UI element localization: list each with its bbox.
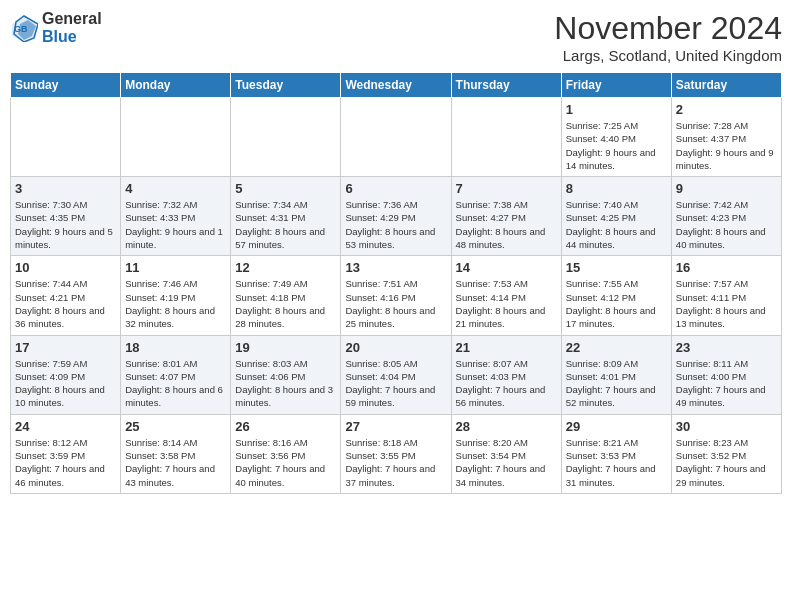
day-info: Sunrise: 7:32 AMSunset: 4:33 PMDaylight:… [125,198,226,251]
svg-text:GB: GB [14,24,28,34]
logo-blue: Blue [42,28,77,45]
day-info: Sunrise: 8:21 AMSunset: 3:53 PMDaylight:… [566,436,667,489]
day-cell: 28Sunrise: 8:20 AMSunset: 3:54 PMDayligh… [451,414,561,493]
day-number: 10 [15,260,116,275]
day-info: Sunrise: 7:59 AMSunset: 4:09 PMDaylight:… [15,357,116,410]
week-row-3: 10Sunrise: 7:44 AMSunset: 4:21 PMDayligh… [11,256,782,335]
day-cell: 18Sunrise: 8:01 AMSunset: 4:07 PMDayligh… [121,335,231,414]
day-cell: 19Sunrise: 8:03 AMSunset: 4:06 PMDayligh… [231,335,341,414]
day-info: Sunrise: 7:51 AMSunset: 4:16 PMDaylight:… [345,277,446,330]
day-cell: 23Sunrise: 8:11 AMSunset: 4:00 PMDayligh… [671,335,781,414]
day-info: Sunrise: 7:34 AMSunset: 4:31 PMDaylight:… [235,198,336,251]
header-tuesday: Tuesday [231,73,341,98]
day-cell: 21Sunrise: 8:07 AMSunset: 4:03 PMDayligh… [451,335,561,414]
logo-text: General Blue [42,10,102,45]
day-cell [121,98,231,177]
day-number: 27 [345,419,446,434]
header-wednesday: Wednesday [341,73,451,98]
calendar-header-row: Sunday Monday Tuesday Wednesday Thursday… [11,73,782,98]
week-row-2: 3Sunrise: 7:30 AMSunset: 4:35 PMDaylight… [11,177,782,256]
day-info: Sunrise: 7:28 AMSunset: 4:37 PMDaylight:… [676,119,777,172]
day-info: Sunrise: 8:09 AMSunset: 4:01 PMDaylight:… [566,357,667,410]
day-number: 13 [345,260,446,275]
day-number: 17 [15,340,116,355]
day-info: Sunrise: 7:57 AMSunset: 4:11 PMDaylight:… [676,277,777,330]
day-cell: 6Sunrise: 7:36 AMSunset: 4:29 PMDaylight… [341,177,451,256]
day-cell: 3Sunrise: 7:30 AMSunset: 4:35 PMDaylight… [11,177,121,256]
day-info: Sunrise: 7:42 AMSunset: 4:23 PMDaylight:… [676,198,777,251]
day-info: Sunrise: 7:40 AMSunset: 4:25 PMDaylight:… [566,198,667,251]
day-cell: 24Sunrise: 8:12 AMSunset: 3:59 PMDayligh… [11,414,121,493]
day-number: 15 [566,260,667,275]
day-cell: 17Sunrise: 7:59 AMSunset: 4:09 PMDayligh… [11,335,121,414]
day-cell: 12Sunrise: 7:49 AMSunset: 4:18 PMDayligh… [231,256,341,335]
day-info: Sunrise: 8:14 AMSunset: 3:58 PMDaylight:… [125,436,226,489]
day-number: 22 [566,340,667,355]
day-number: 9 [676,181,777,196]
header-thursday: Thursday [451,73,561,98]
day-cell: 8Sunrise: 7:40 AMSunset: 4:25 PMDaylight… [561,177,671,256]
day-number: 19 [235,340,336,355]
day-info: Sunrise: 7:38 AMSunset: 4:27 PMDaylight:… [456,198,557,251]
day-cell: 13Sunrise: 7:51 AMSunset: 4:16 PMDayligh… [341,256,451,335]
day-number: 5 [235,181,336,196]
day-info: Sunrise: 7:49 AMSunset: 4:18 PMDaylight:… [235,277,336,330]
logo-general: General [42,10,102,27]
day-number: 21 [456,340,557,355]
day-cell: 9Sunrise: 7:42 AMSunset: 4:23 PMDaylight… [671,177,781,256]
day-cell: 25Sunrise: 8:14 AMSunset: 3:58 PMDayligh… [121,414,231,493]
day-cell [341,98,451,177]
day-info: Sunrise: 7:55 AMSunset: 4:12 PMDaylight:… [566,277,667,330]
logo: GB General Blue [10,10,102,45]
day-info: Sunrise: 8:11 AMSunset: 4:00 PMDaylight:… [676,357,777,410]
day-info: Sunrise: 7:44 AMSunset: 4:21 PMDaylight:… [15,277,116,330]
header-monday: Monday [121,73,231,98]
day-cell: 7Sunrise: 7:38 AMSunset: 4:27 PMDaylight… [451,177,561,256]
day-info: Sunrise: 7:30 AMSunset: 4:35 PMDaylight:… [15,198,116,251]
day-cell: 1Sunrise: 7:25 AMSunset: 4:40 PMDaylight… [561,98,671,177]
day-number: 2 [676,102,777,117]
day-number: 11 [125,260,226,275]
day-cell: 2Sunrise: 7:28 AMSunset: 4:37 PMDaylight… [671,98,781,177]
day-info: Sunrise: 8:12 AMSunset: 3:59 PMDaylight:… [15,436,116,489]
day-cell [451,98,561,177]
day-cell: 26Sunrise: 8:16 AMSunset: 3:56 PMDayligh… [231,414,341,493]
day-number: 25 [125,419,226,434]
day-cell: 10Sunrise: 7:44 AMSunset: 4:21 PMDayligh… [11,256,121,335]
day-info: Sunrise: 8:05 AMSunset: 4:04 PMDaylight:… [345,357,446,410]
day-info: Sunrise: 8:07 AMSunset: 4:03 PMDaylight:… [456,357,557,410]
week-row-1: 1Sunrise: 7:25 AMSunset: 4:40 PMDaylight… [11,98,782,177]
day-number: 1 [566,102,667,117]
day-cell: 27Sunrise: 8:18 AMSunset: 3:55 PMDayligh… [341,414,451,493]
day-cell: 30Sunrise: 8:23 AMSunset: 3:52 PMDayligh… [671,414,781,493]
day-cell: 22Sunrise: 8:09 AMSunset: 4:01 PMDayligh… [561,335,671,414]
day-number: 28 [456,419,557,434]
title-block: November 2024 Largs, Scotland, United Ki… [554,10,782,64]
logo-icon: GB [10,14,38,42]
day-number: 12 [235,260,336,275]
day-info: Sunrise: 8:18 AMSunset: 3:55 PMDaylight:… [345,436,446,489]
day-info: Sunrise: 8:01 AMSunset: 4:07 PMDaylight:… [125,357,226,410]
day-number: 14 [456,260,557,275]
day-info: Sunrise: 7:53 AMSunset: 4:14 PMDaylight:… [456,277,557,330]
day-info: Sunrise: 8:16 AMSunset: 3:56 PMDaylight:… [235,436,336,489]
day-number: 6 [345,181,446,196]
day-info: Sunrise: 8:23 AMSunset: 3:52 PMDaylight:… [676,436,777,489]
week-row-4: 17Sunrise: 7:59 AMSunset: 4:09 PMDayligh… [11,335,782,414]
day-info: Sunrise: 8:03 AMSunset: 4:06 PMDaylight:… [235,357,336,410]
day-number: 18 [125,340,226,355]
day-info: Sunrise: 8:20 AMSunset: 3:54 PMDaylight:… [456,436,557,489]
day-cell: 5Sunrise: 7:34 AMSunset: 4:31 PMDaylight… [231,177,341,256]
day-number: 24 [15,419,116,434]
day-number: 3 [15,181,116,196]
day-number: 4 [125,181,226,196]
day-number: 8 [566,181,667,196]
day-info: Sunrise: 7:46 AMSunset: 4:19 PMDaylight:… [125,277,226,330]
day-cell: 4Sunrise: 7:32 AMSunset: 4:33 PMDaylight… [121,177,231,256]
location-subtitle: Largs, Scotland, United Kingdom [554,47,782,64]
week-row-5: 24Sunrise: 8:12 AMSunset: 3:59 PMDayligh… [11,414,782,493]
day-cell: 29Sunrise: 8:21 AMSunset: 3:53 PMDayligh… [561,414,671,493]
day-cell [231,98,341,177]
day-info: Sunrise: 7:36 AMSunset: 4:29 PMDaylight:… [345,198,446,251]
day-number: 7 [456,181,557,196]
